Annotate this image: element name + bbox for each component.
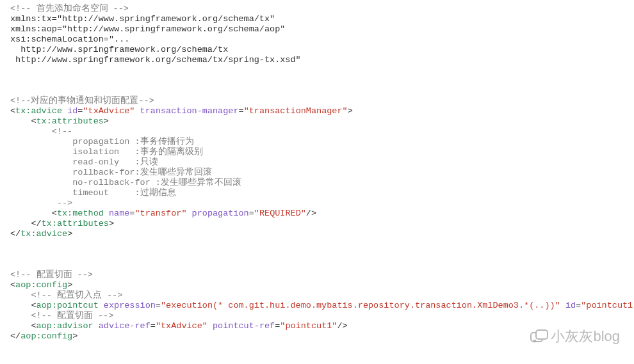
code-token xyxy=(99,301,104,310)
code-token: expression xyxy=(104,301,156,310)
code-token xyxy=(10,198,57,208)
code-token: "execution(* com.git.hui.demo.mybatis.re… xyxy=(161,301,560,310)
code-token xyxy=(10,311,31,320)
code-token xyxy=(62,106,67,116)
code-token: > xyxy=(67,229,72,239)
code-token: tx:advice xyxy=(15,106,62,116)
code-token xyxy=(10,209,52,218)
code-token: http://www.springframework.org/schema/tx xyxy=(10,45,228,54)
code-token: <!-- 配置切入点 --> xyxy=(31,290,122,300)
code-token: < xyxy=(10,106,15,116)
code-token: > xyxy=(109,219,114,228)
code-token: </ xyxy=(10,229,20,239)
code-token: </ xyxy=(31,219,41,228)
watermark-text: 小灰灰blog xyxy=(551,327,620,346)
code-token: <!-- 首先添加命名空间 --> xyxy=(10,4,129,13)
code-token xyxy=(186,209,191,218)
code-token: </ xyxy=(10,331,20,341)
code-token: < xyxy=(10,280,15,290)
code-token: > xyxy=(104,116,109,126)
code-token: no-rollback-for :发生哪些异常不回滚 xyxy=(10,178,241,187)
code-token: /> xyxy=(306,209,316,218)
code-token: http://www.springframework.org/schema/tx… xyxy=(10,55,301,65)
code-token: --> xyxy=(57,198,72,208)
code-token: advice-ref xyxy=(99,321,150,331)
code-token: propagation xyxy=(192,209,249,218)
code-token: <!--对应的事物通知和切面配置--> xyxy=(10,96,154,106)
code-token xyxy=(207,321,213,331)
code-token: aop:config xyxy=(15,280,67,290)
code-token xyxy=(10,219,31,228)
code-token: tx:advice xyxy=(20,229,67,239)
code-token: id xyxy=(67,106,77,116)
code-token: "transfor" xyxy=(134,209,186,218)
code-token: "transactionManager" xyxy=(244,106,348,116)
code-token xyxy=(104,209,109,218)
code-token: propagation :事务传播行为 xyxy=(10,137,194,146)
code-token: <!-- 配置切面 --> xyxy=(31,311,113,320)
code-token: aop:advisor xyxy=(37,321,93,331)
code-token xyxy=(10,116,31,126)
code-token: /> xyxy=(337,321,347,331)
code-token: tx:method xyxy=(57,209,104,218)
code-token xyxy=(10,290,31,300)
code-token: "txAdvice" xyxy=(83,106,134,116)
code-token xyxy=(560,301,565,310)
code-token: > xyxy=(72,331,77,341)
code-token: aop:config xyxy=(20,331,72,341)
code-token: = xyxy=(239,106,244,116)
code-token: xmlns:aop="http://www.springframework.or… xyxy=(10,24,285,34)
code-block: <!-- 首先添加命名空间 --> xmlns:tx="http://www.s… xyxy=(0,0,634,345)
code-token: = xyxy=(576,301,581,310)
code-token xyxy=(134,106,140,116)
code-token: id xyxy=(565,301,576,310)
code-token: > xyxy=(348,106,353,116)
code-token xyxy=(10,301,31,310)
code-token: "pointcut1" xyxy=(581,301,634,310)
code-token: < xyxy=(31,301,36,310)
code-token: tx:attributes xyxy=(37,116,104,126)
code-token: tx:attributes xyxy=(42,219,109,228)
code-token: timeout :过期信息 xyxy=(10,188,176,198)
code-token: pointcut-ref xyxy=(213,321,275,331)
code-token: "REQUIRED" xyxy=(254,209,306,218)
code-token: aop:pointcut xyxy=(37,301,99,310)
code-token: read-only :只读 xyxy=(10,157,158,167)
code-token xyxy=(10,127,52,136)
code-token xyxy=(10,321,31,331)
code-token: "pointcut1" xyxy=(280,321,337,331)
code-token: < xyxy=(31,116,36,126)
code-token: isolation :事务的隔离级别 xyxy=(10,147,203,157)
code-token: = xyxy=(249,209,254,218)
code-token: > xyxy=(67,280,72,290)
code-token: "txAdvice" xyxy=(156,321,207,331)
code-token: transaction-manager xyxy=(140,106,239,116)
code-token: < xyxy=(31,321,36,331)
code-token: = xyxy=(156,301,161,310)
wechat-comment-icon xyxy=(530,329,547,344)
code-token: xsi:schemaLocation="... xyxy=(10,35,129,44)
code-token: <!-- xyxy=(52,127,72,136)
code-token xyxy=(93,321,99,331)
watermark: 小灰灰blog xyxy=(530,327,620,346)
code-token: = xyxy=(150,321,156,331)
code-token: rollback-for:发生哪些异常回滚 xyxy=(10,168,212,177)
code-token: xmlns:tx="http://www.springframework.org… xyxy=(10,14,275,24)
code-token: name xyxy=(109,209,129,218)
code-token: < xyxy=(52,209,57,218)
code-token: <!-- 配置切面 --> xyxy=(10,270,93,280)
